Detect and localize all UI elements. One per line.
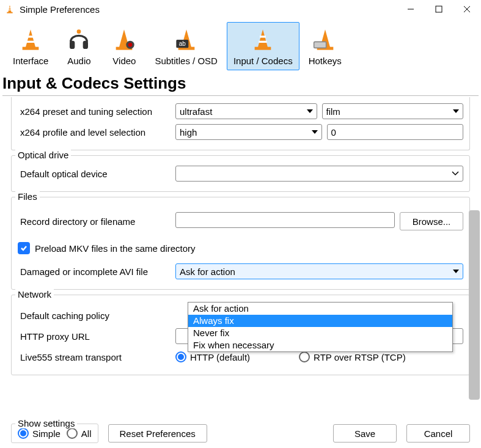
tab-label: Audio xyxy=(67,56,90,66)
radio-label: HTTP (default) xyxy=(190,352,250,362)
group-files: Files Record directory or filename Brows… xyxy=(11,197,470,290)
optical-device-label: Default optical device xyxy=(18,169,175,179)
radio-icon xyxy=(175,351,186,362)
tab-interface[interactable]: Interface xyxy=(6,22,55,70)
svg-rect-19 xyxy=(260,35,266,37)
radio-label: All xyxy=(81,428,92,439)
optical-device-select[interactable] xyxy=(175,166,463,182)
maximize-button[interactable] xyxy=(425,0,453,18)
minimize-button[interactable] xyxy=(397,0,425,18)
browse-button[interactable]: Browse... xyxy=(400,212,463,230)
window-title: Simple Preferences xyxy=(20,4,100,15)
svg-text:ab: ab xyxy=(178,40,186,47)
preload-mkv-label: Preload MKV files in the same directory xyxy=(35,243,196,254)
radio-label: Simple xyxy=(32,428,61,439)
radio-icon xyxy=(299,351,310,362)
proxy-label: HTTP proxy URL xyxy=(18,331,175,342)
show-settings-simple-radio[interactable]: Simple xyxy=(18,428,61,439)
svg-rect-7 xyxy=(28,35,34,37)
x264-preset-select[interactable]: ultrafast xyxy=(175,103,317,119)
close-button[interactable] xyxy=(453,0,481,18)
tab-label: Interface xyxy=(13,56,48,66)
avi-label: Damaged or incomplete AVI file xyxy=(18,266,175,277)
tab-label: Subtitles / OSD xyxy=(155,56,218,66)
svg-rect-8 xyxy=(27,41,35,43)
titlebar: Simple Preferences xyxy=(0,0,481,18)
group-legend: Optical drive xyxy=(15,150,71,160)
group-optical: Optical drive Default optical device xyxy=(11,155,470,192)
headphones-icon xyxy=(65,26,92,53)
radio-label: RTP over RTSP (TCP) xyxy=(314,352,406,362)
svg-rect-1 xyxy=(9,10,12,10)
hotkeys-icon xyxy=(312,26,339,53)
svg-point-15 xyxy=(128,43,133,47)
subtitles-icon: ab xyxy=(173,26,200,53)
interface-icon xyxy=(17,26,44,53)
reset-button[interactable]: Reset Preferences xyxy=(108,424,207,442)
tab-video[interactable]: Video xyxy=(103,22,145,70)
tab-label: Hotkeys xyxy=(309,56,342,66)
tab-audio[interactable]: Audio xyxy=(57,22,100,70)
record-label: Record directory or filename xyxy=(18,216,175,227)
svg-rect-2 xyxy=(7,12,12,13)
bottom-bar: Show settings Simple All Reset Preferenc… xyxy=(0,419,481,448)
heading-divider xyxy=(2,95,479,96)
svg-rect-10 xyxy=(70,41,75,49)
svg-rect-4 xyxy=(436,6,442,12)
live555-rtp-radio[interactable]: RTP over RTSP (TCP) xyxy=(299,351,406,362)
svg-rect-20 xyxy=(259,41,267,43)
tab-input-codecs[interactable]: Input / Codecs xyxy=(227,22,299,70)
group-legend: Network xyxy=(15,289,54,299)
avi-option[interactable]: Always fix xyxy=(188,315,452,327)
svg-rect-11 xyxy=(83,41,88,49)
avi-option[interactable]: Ask for action xyxy=(188,303,452,315)
video-icon xyxy=(111,26,138,53)
avi-select[interactable]: Ask for action xyxy=(175,263,463,279)
record-input[interactable] xyxy=(175,212,395,228)
input-codecs-icon xyxy=(249,26,276,53)
x264-profile-label: x264 profile and level selection xyxy=(18,127,175,138)
svg-point-12 xyxy=(77,29,81,34)
show-settings-all-radio[interactable]: All xyxy=(67,428,92,439)
tab-label: Input / Codecs xyxy=(233,56,293,66)
svg-rect-9 xyxy=(23,47,39,50)
preload-mkv-checkbox[interactable] xyxy=(18,242,30,254)
group-x264: x264 preset and tuning selection ultrafa… xyxy=(11,97,470,150)
vlc-cone-icon xyxy=(5,4,15,14)
radio-icon xyxy=(67,428,78,439)
x264-profile-select[interactable]: high xyxy=(175,124,322,140)
preferences-tabs: Interface Audio Video ab Subtitles / OSD… xyxy=(0,18,481,70)
avi-option[interactable]: Fix when necessary xyxy=(188,339,452,351)
x264-tuning-select[interactable]: film xyxy=(322,103,464,119)
avi-dropdown-popup[interactable]: Ask for action Always fix Never fix Fix … xyxy=(188,302,453,352)
show-settings-legend: Show settings xyxy=(15,418,77,428)
svg-rect-0 xyxy=(9,7,11,8)
tab-label: Video xyxy=(112,56,136,66)
svg-rect-21 xyxy=(255,47,271,50)
group-legend: Files xyxy=(15,191,40,202)
tab-subtitles[interactable]: ab Subtitles / OSD xyxy=(148,22,224,70)
show-settings-group: Show settings Simple All xyxy=(11,424,98,443)
x264-level-input[interactable] xyxy=(327,124,464,140)
svg-rect-23 xyxy=(314,42,326,48)
caching-label: Default caching policy xyxy=(18,310,175,321)
avi-option[interactable]: Never fix xyxy=(188,327,452,339)
tab-hotkeys[interactable]: Hotkeys xyxy=(302,22,348,70)
x264-preset-label: x264 preset and tuning selection xyxy=(18,106,175,117)
radio-icon xyxy=(18,428,29,439)
live555-label: Live555 stream transport xyxy=(18,352,175,362)
cancel-button[interactable]: Cancel xyxy=(406,424,470,442)
page-heading: Input & Codecs Settings xyxy=(0,70,481,95)
save-button[interactable]: Save xyxy=(333,424,397,442)
vertical-scrollbar[interactable] xyxy=(469,210,480,400)
live555-http-radio[interactable]: HTTP (default) xyxy=(175,351,250,362)
